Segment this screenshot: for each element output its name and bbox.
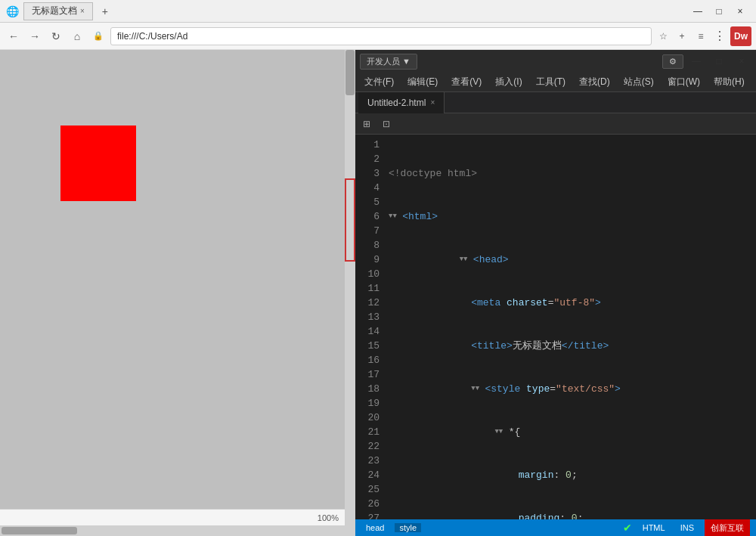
add-bookmark-button[interactable]: +: [674, 28, 690, 45]
tab-close-icon[interactable]: ×: [80, 7, 85, 15]
forward-button[interactable]: →: [26, 27, 44, 45]
close-button[interactable]: ×: [730, 4, 750, 19]
menu-window[interactable]: 窗口(W): [662, 74, 706, 90]
new-tab-button[interactable]: +: [98, 5, 113, 17]
zoom-level: 100%: [318, 513, 339, 522]
status-head-tab[interactable]: head: [361, 523, 389, 532]
home-button[interactable]: ⌂: [68, 27, 86, 45]
browser-pane: 100%: [0, 50, 355, 536]
toolbar-btn-2[interactable]: ⊡: [378, 116, 395, 132]
bottom-thumb[interactable]: [2, 527, 77, 534]
menu-insert[interactable]: 插入(I): [489, 74, 528, 90]
status-lang[interactable]: HTML: [638, 523, 670, 532]
status-check-icon: ✔: [623, 522, 632, 534]
menu-view[interactable]: 查看(V): [445, 74, 488, 90]
back-button[interactable]: ←: [5, 27, 23, 45]
editor-menubar: 文件(F) 编辑(E) 查看(V) 插入(I) 工具(T) 查找(D) 站点(S…: [355, 73, 756, 92]
devtools-topbar: 开发人员 ▼ ⚙ — □ ×: [355, 50, 756, 73]
devtools-settings-button[interactable]: ⚙: [662, 54, 683, 69]
menu-edit[interactable]: 编辑(E): [401, 74, 444, 90]
menu-help[interactable]: 帮助(H): [708, 74, 751, 90]
bottom-scrollbar[interactable]: [0, 525, 345, 536]
tab-title: 无标题文档: [32, 5, 77, 17]
tab-filename: Untitled-2.html: [367, 98, 426, 108]
devtools-maximize-button[interactable]: □: [709, 54, 729, 69]
devtools-minimize-button[interactable]: —: [686, 54, 706, 69]
status-mode[interactable]: INS: [676, 523, 699, 532]
title-bar: 🌐 无标题文档 × + — □ ×: [0, 0, 756, 23]
toolbar-btn-1[interactable]: ⊞: [358, 116, 375, 132]
refresh-button[interactable]: ↻: [47, 27, 65, 45]
scroll-thumb[interactable]: [345, 50, 355, 95]
menu-site[interactable]: 站点(S): [618, 74, 660, 90]
minimize-button[interactable]: —: [688, 4, 708, 19]
maximize-button[interactable]: □: [709, 4, 729, 19]
editor-toolbar: ⊞ ⊡: [355, 113, 756, 135]
tab-close-btn[interactable]: ×: [430, 98, 435, 107]
editor-pane: 开发人员 ▼ ⚙ — □ × 文件(F) 编辑(E) 查看(V) 插入(I) 工…: [355, 50, 756, 536]
code-area: 12345 678910 1112131415 1617181920 21222…: [355, 135, 756, 519]
menu-tools[interactable]: 工具(T): [530, 74, 572, 90]
tools-button[interactable]: ⋮: [711, 28, 728, 45]
editor-status-bar: head style ✔ HTML INS 创新互联: [355, 519, 756, 536]
bookmark-list-button[interactable]: ≡: [692, 28, 709, 45]
code-line-4: <meta charset="utf-8">: [386, 296, 756, 310]
browser-scrollbar[interactable]: [345, 50, 355, 536]
devtools-close-button[interactable]: ×: [732, 54, 751, 69]
url-input[interactable]: [110, 27, 652, 45]
line-numbers: 12345 678910 1112131415 1617181920 21222…: [355, 135, 386, 519]
code-content[interactable]: <!doctype html> ▼ <html> ▼ <head> <meta …: [386, 135, 756, 519]
address-bar: ← → ↻ ⌂ 🔒 ☆ + ≡ ⋮ Dw: [0, 23, 756, 50]
code-line-3: ▼ <head>: [386, 253, 756, 267]
code-line-2: ▼ <html>: [386, 209, 756, 224]
code-line-5: <title>无标题文档</title>: [386, 339, 756, 353]
editor-tab-html[interactable]: Untitled-2.html ×: [358, 92, 445, 113]
code-line-1: <!doctype html>: [386, 166, 756, 181]
browser-icon: 🌐: [6, 5, 19, 17]
status-style-tab[interactable]: style: [395, 523, 421, 532]
scrollbar-highlight: [345, 178, 355, 262]
editor-tabs: Untitled-2.html ×: [355, 92, 756, 113]
code-line-7: ▼ *{: [386, 425, 756, 439]
red-box: [60, 125, 136, 201]
code-line-9: padding: 0;: [386, 511, 756, 519]
menu-find[interactable]: 查找(D): [573, 74, 616, 90]
menu-file[interactable]: 文件(F): [358, 74, 400, 90]
dreamweaver-icon: Dw: [730, 26, 751, 46]
dev-person-button[interactable]: 开发人员 ▼: [360, 54, 417, 70]
code-line-8: margin: 0;: [386, 468, 756, 482]
browser-tab[interactable]: 无标题文档 ×: [23, 2, 93, 20]
browser-footer: 100%: [0, 509, 345, 525]
lock-icon: 🔒: [89, 27, 107, 45]
bookmark-button[interactable]: ☆: [655, 28, 671, 45]
watermark: 创新互联: [705, 519, 750, 536]
code-line-6: ▼ <style type="text/css">: [386, 382, 756, 396]
